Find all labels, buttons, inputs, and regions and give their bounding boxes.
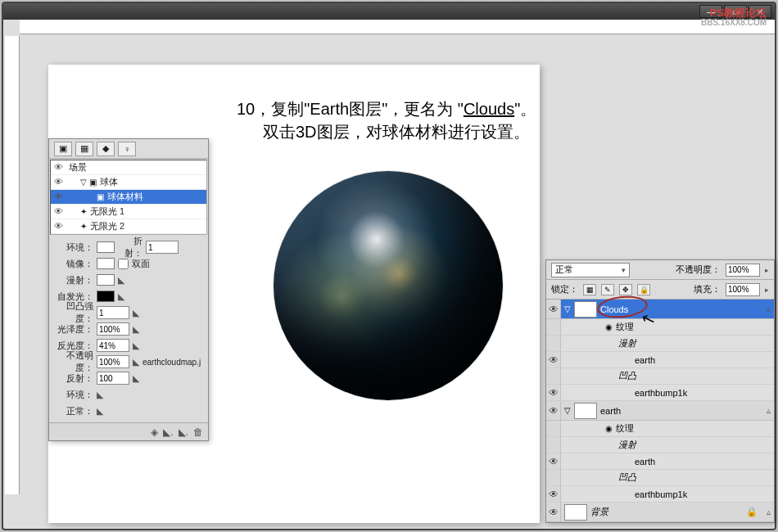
layer-thumbnail[interactable] — [574, 301, 597, 318]
diffuse-menu-icon[interactable]: ◣ — [118, 275, 124, 286]
visibility-icon[interactable]: 👁 — [54, 177, 66, 188]
emit-swatch[interactable] — [97, 291, 115, 302]
ruler-vertical — [5, 36, 20, 494]
visibility-icon[interactable] — [546, 470, 561, 485]
gloss-label: 光泽度： — [54, 323, 93, 336]
layer-row[interactable]: 👁▽earth▵ — [546, 401, 774, 421]
visibility-icon[interactable]: 👁 — [546, 486, 561, 502]
tree-row[interactable]: 👁▽ ▣球体 — [51, 175, 206, 190]
filter-light-icon[interactable]: ◆ — [97, 142, 115, 156]
lock-transparent-icon[interactable]: ▦ — [583, 284, 596, 295]
visibility-icon[interactable]: 👁 — [54, 206, 66, 218]
ruler-horizontal — [20, 20, 775, 34]
normal-menu-icon[interactable]: ◣ — [97, 406, 103, 417]
lock-all-icon[interactable]: 🔒 — [637, 284, 650, 295]
layer-fill-input[interactable]: 100% — [726, 283, 760, 296]
layer-sub-row[interactable]: 👁earthbump1k — [546, 385, 774, 401]
visibility-icon[interactable]: 👁 — [54, 162, 66, 174]
layer-sub-row[interactable]: 凹凸 — [546, 368, 774, 385]
tree-row[interactable]: 👁✦无限光 1 — [51, 205, 206, 219]
tree-item-label: 无限光 2 — [90, 220, 124, 232]
footer-icon-3[interactable]: ◣. — [179, 426, 188, 438]
footer-icon-1[interactable]: ◈ — [151, 426, 158, 438]
sub-label: earth — [635, 457, 655, 467]
watermark-line2: BBS.16XX8.COM — [701, 18, 767, 28]
mirror-swatch[interactable] — [97, 258, 115, 269]
layer-sub-row[interactable]: ◉纹理 — [546, 421, 774, 437]
layer-opacity-input[interactable]: 100% — [726, 264, 760, 277]
diffuse-swatch[interactable] — [97, 274, 115, 286]
layer-sub-row[interactable]: 👁earth — [546, 352, 774, 368]
chevron-down-icon: ▾ — [622, 266, 626, 274]
layer-sub-row[interactable]: ◉纹理 — [546, 319, 774, 336]
gloss-input[interactable] — [97, 322, 129, 336]
visibility-icon[interactable] — [546, 336, 561, 351]
visibility-icon[interactable]: 👁 — [546, 453, 561, 469]
lock-position-icon[interactable]: ✥ — [619, 284, 632, 295]
filter-material-icon[interactable]: ▦ — [75, 142, 93, 156]
env-label: 环境： — [54, 241, 93, 254]
fill-label: 填充： — [694, 283, 721, 295]
visibility-icon[interactable] — [546, 319, 561, 335]
layers-panel: 正常▾ 不透明度： 100%▸ 锁定： ▦ ✎ ✥ 🔒 填充： 100%▸ 👁▽… — [545, 259, 775, 523]
spec-menu-icon[interactable]: ◣ — [133, 340, 139, 351]
env2-label: 环境： — [54, 389, 93, 401]
opacity-input[interactable] — [97, 355, 129, 368]
spec-input[interactable] — [97, 339, 129, 352]
tutorial-annotation: 10，复制"Earth图层"，更名为 "Clouds"。 双击3D图层，对球体材… — [237, 97, 536, 143]
visibility-icon[interactable]: 👁 — [546, 503, 561, 521]
tree-item-label: 球体 — [100, 176, 118, 188]
scene-tree[interactable]: 👁 场景 👁▽ ▣球体👁▣球体材料👁✦无限光 1👁✦无限光 2 — [50, 160, 207, 235]
gloss-menu-icon[interactable]: ◣ — [133, 324, 139, 335]
visibility-icon[interactable]: 👁 — [546, 300, 561, 318]
layer-sub-row[interactable]: 👁earthbump1k — [546, 486, 774, 503]
layer-thumbnail[interactable] — [564, 504, 587, 521]
bump-label: 凹凸强度： — [54, 300, 93, 325]
reflect-menu-icon[interactable]: ◣ — [133, 373, 139, 384]
lock-pixels-icon[interactable]: ✎ — [601, 284, 614, 295]
sub-label: 凹凸 — [618, 471, 636, 484]
layer-row[interactable]: 👁背景🔒▵ — [546, 503, 774, 522]
sub-label: 漫射 — [618, 337, 636, 349]
3d-panel: ▣ ▦ ◆ ♀ 👁 场景 👁▽ ▣球体👁▣球体材料👁✦无限光 1👁✦无限光 2 … — [48, 138, 209, 441]
visibility-icon[interactable]: 👁 — [546, 385, 561, 400]
layer-row[interactable]: 👁▽Clouds▵↖ — [546, 300, 774, 319]
diffuse-label: 漫射： — [54, 274, 93, 286]
earth-render — [274, 171, 503, 400]
refract-input[interactable] — [146, 241, 179, 254]
visibility-icon[interactable] — [546, 368, 561, 384]
visibility-icon[interactable]: 👁 — [546, 352, 561, 367]
footer-icon-2[interactable]: ◣. — [163, 426, 173, 438]
reflect-input[interactable] — [97, 372, 129, 385]
layer-list[interactable]: 👁▽Clouds▵↖◉纹理漫射👁earth凹凸👁earthbump1k👁▽ear… — [546, 300, 774, 522]
tree-scene-row[interactable]: 👁 场景 — [51, 160, 206, 175]
layer-thumbnail[interactable] — [574, 403, 597, 419]
double-sided-checkbox[interactable] — [118, 259, 129, 269]
tree-row[interactable]: 👁✦无限光 2 — [51, 219, 206, 234]
layer-sub-row[interactable]: 漫射 — [546, 437, 774, 453]
tree-row[interactable]: 👁▣球体材料 — [51, 190, 206, 205]
visibility-icon[interactable] — [546, 421, 561, 436]
collapse-icon[interactable]: ▵ — [767, 304, 771, 313]
visibility-icon[interactable]: 👁 — [54, 221, 66, 232]
blend-mode-select[interactable]: 正常▾ — [551, 263, 630, 277]
scene-label: 场景 — [69, 161, 87, 174]
filter-mesh-icon[interactable]: ▣ — [54, 142, 72, 156]
footer-delete-icon[interactable]: 🗑 — [193, 426, 203, 438]
collapse-icon[interactable]: ▵ — [767, 507, 771, 516]
bump-input[interactable] — [97, 306, 129, 319]
visibility-icon[interactable]: 👁 — [546, 401, 561, 420]
emit-menu-icon[interactable]: ◣ — [118, 291, 124, 302]
bump-menu-icon[interactable]: ◣ — [133, 308, 139, 318]
layer-sub-row[interactable]: 凹凸 — [546, 470, 774, 486]
filter-bulb-icon[interactable]: ♀ — [118, 142, 136, 156]
visibility-icon[interactable]: 👁 — [54, 192, 66, 203]
env-swatch[interactable] — [97, 241, 115, 253]
env2-menu-icon[interactable]: ◣ — [97, 390, 103, 400]
opacity-menu-icon[interactable]: ◣ — [133, 357, 139, 367]
collapse-icon[interactable]: ▵ — [767, 406, 771, 415]
mirror-label: 镜像： — [54, 258, 93, 270]
layer-sub-row[interactable]: 漫射 — [546, 336, 774, 352]
layer-sub-row[interactable]: 👁earth — [546, 453, 774, 470]
visibility-icon[interactable] — [546, 437, 561, 453]
